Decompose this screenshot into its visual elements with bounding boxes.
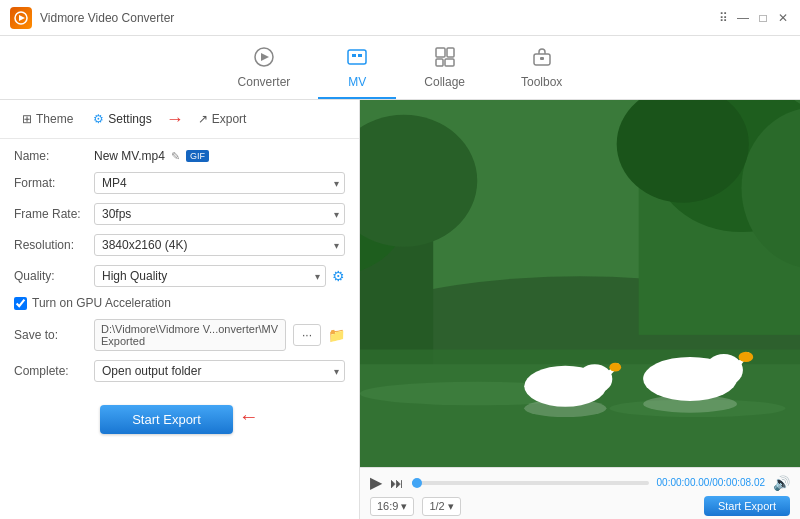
svg-rect-5 [352, 54, 356, 57]
subtab-export[interactable]: ↗ Export [188, 108, 257, 130]
format-select[interactable]: MP4MOVAVIMKV [94, 172, 345, 194]
svg-rect-7 [436, 48, 445, 57]
settings-form: Name: New MV.mp4 ✎ GIF Format: MP4MOVAVI… [0, 139, 359, 519]
saveto-browse-button[interactable]: ··· [293, 324, 321, 346]
time-total: 00:00:08.02 [712, 477, 765, 488]
subtab-theme-label: Theme [36, 112, 73, 126]
complete-select[interactable]: Open output folderDo nothing [94, 360, 345, 382]
seek-bar[interactable] [412, 481, 649, 485]
name-edit-icon[interactable]: ✎ [171, 150, 180, 163]
quality-row: Quality: Low QualityMedium QualityHigh Q… [14, 265, 345, 287]
name-value-group: New MV.mp4 ✎ GIF [94, 149, 345, 163]
subtab-settings[interactable]: ⚙ Settings [83, 108, 161, 130]
gpu-checkbox[interactable] [14, 297, 27, 310]
zoom-label: 1/2 [429, 500, 444, 512]
app-title: Vidmore Video Converter [40, 11, 716, 25]
video-controls: ▶ ⏭ 00:00:00.00/00:00:08.02 🔊 16:9 ▾ [360, 467, 800, 519]
time-current: 00:00:00.00 [657, 477, 710, 488]
svg-point-31 [739, 352, 754, 362]
minimize-button[interactable]: — [736, 11, 750, 25]
main-layout: ⊞ Theme ⚙ Settings → ↗ Export Name: New … [0, 100, 800, 519]
quality-gear-icon[interactable]: ⚙ [332, 268, 345, 284]
tab-mv-label: MV [348, 75, 366, 89]
volume-icon[interactable]: 🔊 [773, 475, 790, 491]
saveto-row: Save to: D:\Vidmore\Vidmore V...onverter… [14, 319, 345, 351]
nav-tabs: Converter MV Collage Toolbox [0, 36, 800, 100]
converter-icon [253, 46, 275, 73]
arrow-indicator: → [166, 109, 184, 130]
svg-point-27 [577, 364, 612, 393]
zoom-button[interactable]: 1/2 ▾ [422, 497, 460, 516]
sub-tabs: ⊞ Theme ⚙ Settings → ↗ Export [0, 100, 359, 139]
settings-icon: ⚙ [93, 112, 104, 126]
svg-point-33 [643, 395, 737, 413]
app-logo [10, 7, 32, 29]
left-panel: ⊞ Theme ⚙ Settings → ↗ Export Name: New … [0, 100, 360, 519]
aspect-chevron-icon: ▾ [401, 500, 407, 513]
tab-mv[interactable]: MV [318, 42, 396, 99]
svg-rect-8 [447, 48, 454, 57]
resolution-label: Resolution: [14, 238, 94, 252]
subtab-settings-label: Settings [108, 112, 151, 126]
gpu-label: Turn on GPU Acceleration [32, 296, 171, 310]
svg-point-32 [524, 399, 606, 417]
aspect-ratio-button[interactable]: 16:9 ▾ [370, 497, 414, 516]
svg-rect-12 [540, 57, 544, 60]
name-row: Name: New MV.mp4 ✎ GIF [14, 149, 345, 163]
quality-select-wrap: Low QualityMedium QualityHigh Quality ▾ [94, 265, 326, 287]
svg-point-30 [705, 354, 743, 386]
svg-rect-6 [358, 54, 362, 57]
play-button[interactable]: ▶ [370, 473, 382, 492]
toolbox-icon [531, 46, 553, 73]
gpu-row: Turn on GPU Acceleration [14, 296, 345, 310]
quality-group: Low QualityMedium QualityHigh Quality ▾ … [94, 265, 345, 287]
svg-rect-9 [436, 59, 443, 66]
close-button[interactable]: ✕ [776, 11, 790, 25]
maximize-button[interactable]: □ [756, 11, 770, 25]
menu-icon[interactable]: ⠿ [716, 11, 730, 25]
playback-row: ▶ ⏭ 00:00:00.00/00:00:08.02 🔊 [370, 473, 790, 492]
format-label: Format: [14, 176, 94, 190]
resolution-select-wrap: 1280x720 (HD)1920x1080 (FHD)3840x2160 (4… [94, 234, 345, 256]
subtab-theme[interactable]: ⊞ Theme [12, 108, 83, 130]
start-export-button[interactable]: Start Export [100, 405, 233, 434]
format-select-wrap: MP4MOVAVIMKV ▾ [94, 172, 345, 194]
zoom-chevron-icon: ▾ [448, 500, 454, 513]
saveto-path: D:\Vidmore\Vidmore V...onverter\MV Expor… [94, 319, 286, 351]
svg-marker-3 [261, 53, 269, 61]
framerate-row: Frame Rate: 24fps25fps30fps60fps ▾ [14, 203, 345, 225]
window-controls: ⠿ — □ ✕ [716, 11, 790, 25]
framerate-select-wrap: 24fps25fps30fps60fps ▾ [94, 203, 345, 225]
step-button[interactable]: ⏭ [390, 475, 404, 491]
tab-collage[interactable]: Collage [396, 42, 493, 99]
complete-label: Complete: [14, 364, 94, 378]
format-row: Format: MP4MOVAVIMKV ▾ [14, 172, 345, 194]
tab-converter[interactable]: Converter [210, 42, 319, 99]
svg-point-28 [609, 363, 621, 372]
name-label: Name: [14, 149, 94, 163]
folder-icon[interactable]: 📁 [328, 327, 345, 343]
right-panel: ▶ ⏭ 00:00:00.00/00:00:08.02 🔊 16:9 ▾ [360, 100, 800, 519]
svg-rect-10 [445, 59, 454, 66]
theme-icon: ⊞ [22, 112, 32, 126]
start-export-wrap: Start Export ← [14, 391, 345, 442]
tab-collage-label: Collage [424, 75, 465, 89]
video-area [360, 100, 800, 467]
titlebar: Vidmore Video Converter ⠿ — □ ✕ [0, 0, 800, 36]
quality-label: Quality: [14, 269, 94, 283]
video-preview [360, 100, 800, 467]
complete-select-wrap: Open output folderDo nothing ▾ [94, 360, 345, 382]
preview-start-export-button[interactable]: Start Export [704, 496, 790, 516]
aspect-row: 16:9 ▾ 1/2 ▾ Start Export [370, 492, 790, 519]
complete-row: Complete: Open output folderDo nothing ▾ [14, 360, 345, 382]
quality-select[interactable]: Low QualityMedium QualityHigh Quality [94, 265, 326, 287]
resolution-select[interactable]: 1280x720 (HD)1920x1080 (FHD)3840x2160 (4… [94, 234, 345, 256]
svg-rect-4 [348, 50, 366, 64]
aspect-ratio-label: 16:9 [377, 500, 398, 512]
framerate-select[interactable]: 24fps25fps30fps60fps [94, 203, 345, 225]
name-value: New MV.mp4 [94, 149, 165, 163]
tab-toolbox[interactable]: Toolbox [493, 42, 590, 99]
collage-icon [434, 46, 456, 73]
name-badge[interactable]: GIF [186, 150, 209, 162]
export-icon: ↗ [198, 112, 208, 126]
